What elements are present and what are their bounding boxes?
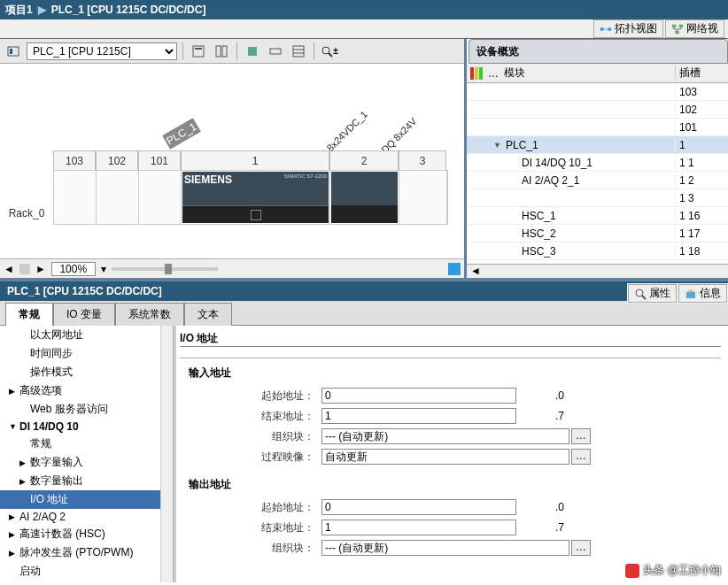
tree-item[interactable]: ▼DI 14/DQ 10 <box>0 419 173 435</box>
overview-row[interactable]: 103 <box>467 83 728 101</box>
tree-item[interactable]: ▶AI 2/AQ 2 <box>0 509 173 525</box>
tree-item[interactable]: ▶数字量输出 <box>0 472 173 490</box>
zoom-icon[interactable]: ± <box>320 42 339 61</box>
topology-icon <box>600 23 612 35</box>
scroll-left-icon[interactable]: ◄ <box>4 263 14 275</box>
scroll-right-icon[interactable]: ► <box>35 263 46 275</box>
output-ob[interactable] <box>321 540 569 556</box>
canvas-toolbar: PLC_1 [CPU 1215C] ± <box>0 39 464 64</box>
tree-item[interactable]: 循环 <box>0 581 173 582</box>
properties-view-button[interactable]: 属性 <box>628 284 677 303</box>
overview-row[interactable]: 102 <box>467 101 728 119</box>
input-start-address[interactable] <box>321 388 516 404</box>
hscroll-thumb[interactable] <box>19 264 30 274</box>
hardware-canvas[interactable]: PLC_1 DI 8x24VDC_1 DQ 8x24V ▶ Rack_0 103… <box>0 64 464 258</box>
tree-item[interactable]: ▶脉冲发生器 (PTO/PWM) <box>0 543 173 562</box>
input-ob-browse[interactable]: … <box>571 428 591 444</box>
tb-btn-1[interactable] <box>189 42 208 61</box>
svg-rect-1 <box>608 27 612 31</box>
zoom-level-input[interactable] <box>51 262 96 276</box>
fit-icon[interactable] <box>448 263 461 275</box>
tree-item[interactable]: ▶高速计数器 (HSC) <box>0 525 173 543</box>
lbl-in-pi: 过程映像： <box>189 450 321 465</box>
slot-head-3[interactable]: 3 <box>399 150 446 170</box>
tree-item[interactable]: Web 服务器访问 <box>0 400 173 419</box>
properties-icon <box>634 288 647 300</box>
zoom-dropdown-icon[interactable]: ▾ <box>101 263 106 275</box>
tb-btn-3[interactable] <box>243 42 262 61</box>
svg-rect-13 <box>270 49 281 54</box>
overview-row[interactable]: HSC_21 17 <box>467 225 728 242</box>
view-switch-bar: 拓扑视图 网络视 <box>0 19 728 39</box>
tree-item[interactable]: 以太网地址 <box>0 326 173 344</box>
tree-item[interactable]: 操作模式 <box>0 363 173 381</box>
svg-line-18 <box>329 53 332 57</box>
zoom-slider[interactable] <box>112 267 218 271</box>
input-end-address[interactable] <box>321 408 516 424</box>
tb-btn-5[interactable] <box>289 42 308 61</box>
breadcrumb: 项目1 ▶ PLC_1 [CPU 1215C DC/DC/DC] <box>0 0 728 19</box>
rack[interactable]: SIEMENS SIMATIC S7-1200 <box>53 170 448 225</box>
overview-hscroll[interactable]: ◄ <box>467 264 728 278</box>
svg-rect-4 <box>679 24 683 27</box>
tb-btn-2[interactable] <box>212 42 231 61</box>
tab-sys-const[interactable]: 系统常数 <box>115 303 184 326</box>
tab-text[interactable]: 文本 <box>184 303 232 326</box>
network-icon <box>671 23 684 35</box>
info-view-button[interactable]: 信息 <box>678 284 727 303</box>
info-icon <box>685 288 697 300</box>
form-title: I/O 地址 <box>180 329 721 358</box>
slot-head-103[interactable]: 103 <box>53 150 96 170</box>
device-overview-title: 设备概览 <box>469 39 728 64</box>
slot-1-plc[interactable]: SIEMENS SIMATIC S7-1200 <box>182 171 330 224</box>
svg-rect-6 <box>8 47 19 56</box>
overview-row[interactable]: 1 3 <box>467 189 728 207</box>
svg-rect-14 <box>293 46 304 57</box>
tree-vscroll[interactable] <box>160 326 173 582</box>
slot-head-2[interactable]: 2 <box>329 150 399 170</box>
input-process-image[interactable] <box>321 449 569 465</box>
overview-row[interactable]: HSC_11 16 <box>467 207 728 225</box>
breadcrumb-path[interactable]: PLC_1 [CPU 1215C DC/DC/DC] <box>51 4 206 16</box>
slot-2[interactable] <box>330 171 399 224</box>
output-end-address[interactable] <box>321 520 516 535</box>
svg-rect-7 <box>10 49 12 54</box>
overview-row[interactable]: HSC_31 18 <box>467 242 728 260</box>
network-view-button[interactable]: 网络视 <box>665 19 724 38</box>
svg-rect-3 <box>672 24 676 27</box>
input-pi-browse[interactable]: … <box>571 449 591 465</box>
tab-general[interactable]: 常规 <box>5 303 53 326</box>
tree-item[interactable]: ▶高级选项 <box>0 381 173 400</box>
device-selector[interactable]: PLC_1 [CPU 1215C] <box>27 42 177 60</box>
col-ellipsis[interactable]: … <box>488 67 499 80</box>
device-icon[interactable] <box>4 42 23 61</box>
slot-head-101[interactable]: 101 <box>138 150 181 170</box>
output-start-address[interactable] <box>321 499 516 515</box>
overview-row[interactable]: 101 <box>467 119 728 136</box>
tree-item[interactable]: 启动 <box>0 562 173 581</box>
overview-row[interactable]: ▼PLC_11 <box>467 136 728 154</box>
slot-head-1[interactable]: 1 <box>181 150 329 170</box>
input-ob[interactable] <box>321 428 569 444</box>
section-input-address: 输入地址 <box>189 366 721 381</box>
slot-102[interactable] <box>97 171 139 224</box>
col-module[interactable]: 模块 <box>499 65 675 81</box>
tree-item[interactable]: ▶数字量输入 <box>0 453 173 472</box>
breadcrumb-root[interactable]: 项目1 <box>5 3 33 18</box>
tree-item[interactable]: 时间同步 <box>0 344 173 363</box>
tree-item[interactable]: I/O 地址 <box>0 490 173 509</box>
slot-head-102[interactable]: 102 <box>96 150 138 170</box>
col-slot[interactable]: 插槽 <box>675 65 717 81</box>
svg-rect-9 <box>195 48 202 50</box>
tree-item[interactable]: 常规 <box>0 435 173 453</box>
slot-103[interactable] <box>54 171 97 224</box>
output-ob-browse[interactable]: … <box>571 540 591 556</box>
property-form: I/O 地址 输入地址 起始地址： .0 结束地址： .7 组织块： … 过程映… <box>174 326 728 582</box>
tb-btn-4[interactable] <box>266 42 285 61</box>
topology-view-button[interactable]: 拓扑视图 <box>593 19 663 38</box>
overview-row[interactable]: DI 14/DQ 10_11 1 <box>467 154 728 172</box>
slot-101[interactable] <box>139 171 182 224</box>
tab-io-vars[interactable]: IO 变量 <box>53 303 115 326</box>
slot-3[interactable] <box>399 171 447 224</box>
overview-row[interactable]: AI 2/AQ 2_11 2 <box>467 172 728 189</box>
